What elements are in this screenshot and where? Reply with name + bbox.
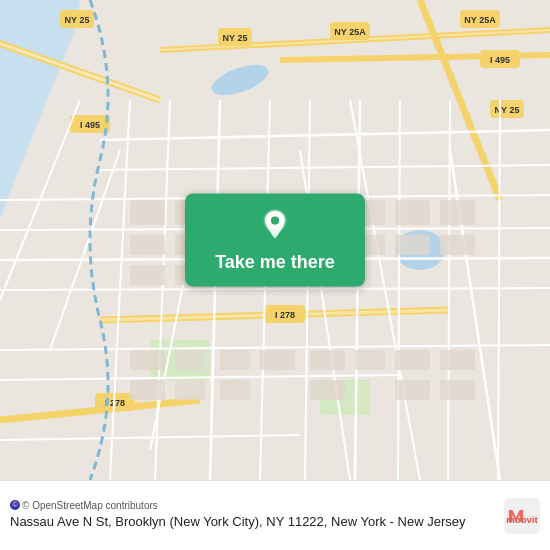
svg-text:I 278: I 278 (275, 310, 295, 320)
osm-attribution-text: © OpenStreetMap contributors (22, 500, 158, 511)
svg-rect-90 (310, 380, 345, 400)
svg-text:I 495: I 495 (80, 120, 100, 130)
svg-rect-58 (130, 200, 165, 225)
moovit-logo: moovit (504, 498, 540, 534)
moovit-icon: moovit (504, 498, 540, 534)
svg-text:NY 25A: NY 25A (334, 27, 366, 37)
svg-rect-82 (355, 350, 385, 370)
svg-rect-86 (440, 350, 475, 370)
take-me-there-button[interactable]: Take me there (185, 194, 365, 287)
svg-rect-79 (220, 350, 250, 370)
osm-circle-icon: © (10, 500, 20, 510)
location-pin-icon (257, 208, 293, 244)
osm-attribution-row: © © OpenStreetMap contributors (10, 500, 496, 511)
button-label: Take me there (215, 252, 335, 273)
bottom-bar: © © OpenStreetMap contributors Nassau Av… (0, 480, 550, 550)
svg-rect-76 (440, 235, 475, 255)
svg-rect-89 (395, 380, 430, 400)
svg-rect-80 (260, 350, 295, 370)
svg-text:I 495: I 495 (490, 55, 510, 65)
svg-rect-74 (440, 200, 475, 225)
svg-rect-62 (130, 235, 165, 255)
svg-text:NY 25A: NY 25A (464, 15, 496, 25)
svg-text:NY 25: NY 25 (65, 15, 90, 25)
svg-rect-77 (130, 350, 165, 370)
svg-rect-78 (175, 350, 205, 370)
svg-rect-81 (310, 350, 345, 370)
bottom-left-section: © © OpenStreetMap contributors Nassau Av… (10, 500, 496, 531)
svg-rect-85 (220, 380, 250, 400)
svg-rect-73 (395, 200, 430, 225)
svg-point-95 (271, 217, 279, 225)
svg-text:NY 25: NY 25 (223, 33, 248, 43)
svg-rect-75 (395, 235, 430, 255)
address-text: Nassau Ave N St, Brooklyn (New York City… (10, 513, 496, 531)
svg-rect-88 (440, 380, 475, 400)
svg-rect-83 (130, 380, 165, 400)
map-container: I 278 I 278 I 495 NY 25 NY 25 NY 25A NY … (0, 0, 550, 480)
svg-rect-87 (395, 350, 430, 370)
svg-rect-84 (175, 380, 205, 400)
svg-text:NY 25: NY 25 (495, 105, 520, 115)
svg-rect-69 (130, 265, 165, 285)
